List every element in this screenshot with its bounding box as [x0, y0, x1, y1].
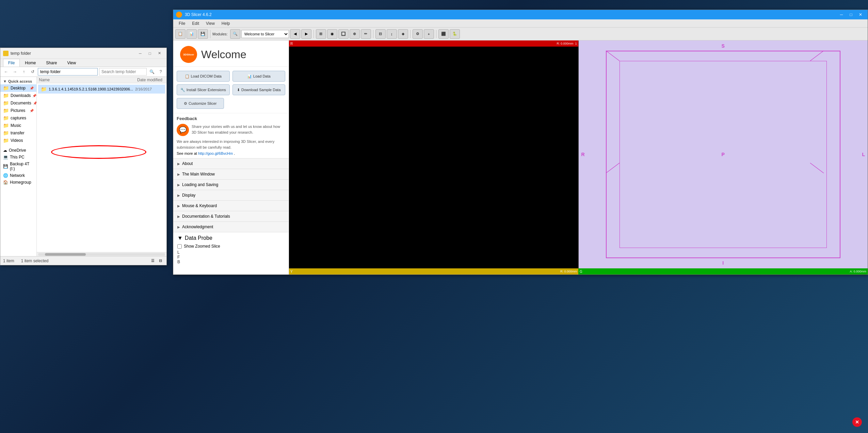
display-section: ▶ Display	[173, 190, 289, 200]
nav-item-this-pc[interactable]: 💻 This PC	[0, 154, 36, 161]
install-extensions-button[interactable]: 🔧 Install Slicer Extensions	[177, 84, 230, 95]
documents-folder-icon: 📁	[3, 100, 9, 106]
item-count: 1 item	[3, 259, 14, 263]
tab-file[interactable]: File	[3, 59, 20, 67]
documentation-section: ▶ Documentation & Tutorials	[173, 211, 289, 221]
horizontal-scrollbar[interactable]	[37, 252, 166, 256]
toolbar-save-button[interactable]: 💾	[198, 29, 208, 39]
list-view-button[interactable]: ⊟	[157, 257, 164, 264]
tab-home[interactable]: Home	[20, 59, 41, 67]
toolbar-btn-1[interactable]: ⊞	[316, 29, 326, 39]
back-button[interactable]: ←	[2, 68, 10, 76]
tab-share[interactable]: Share	[41, 59, 62, 67]
help-button[interactable]: ?	[157, 68, 164, 76]
welcome-panel: 3DSlicer Welcome 📋 Load DICOM Data 📊 Loa…	[173, 40, 289, 274]
nav-item-desktop[interactable]: 📁 Desktop 📌	[0, 84, 36, 92]
nav-item-videos[interactable]: 📁 Videos	[0, 137, 36, 144]
slicer-maximize-button[interactable]: □	[847, 11, 855, 18]
nav-item-homegroup[interactable]: 🏠 Homegroup	[0, 179, 36, 186]
transfer-folder-icon: 📁	[3, 130, 9, 136]
toolbar-nav-prev[interactable]: ◀	[290, 29, 300, 39]
nav-item-captures[interactable]: 📁 captures	[0, 114, 36, 122]
nav-item-network[interactable]: 🌐 Network	[0, 172, 36, 179]
modules-dropdown[interactable]: Welcome to Slicer	[241, 30, 289, 38]
error-button[interactable]: ✕	[852, 417, 862, 427]
probe-f: F	[177, 255, 285, 260]
up-button[interactable]: ↑	[20, 68, 28, 76]
maximize-button[interactable]: □	[145, 50, 154, 57]
refresh-button[interactable]: ↺	[29, 68, 36, 76]
toolbar-btn-10[interactable]: +	[424, 29, 434, 39]
nav-item-downloads[interactable]: 📁 Downloads 📌	[0, 92, 36, 99]
acknowledgment-toggle[interactable]: ▶ Acknowledgment	[173, 222, 289, 232]
window-controls: ─ □ ✕	[136, 50, 164, 57]
file-explorer-window: temp folder ─ □ ✕ File Home Share View ←…	[0, 48, 167, 265]
toolbar-btn-5[interactable]: ✏	[361, 29, 371, 39]
nav-label: captures	[11, 116, 26, 120]
show-zoomed-slice-checkbox[interactable]	[177, 244, 182, 249]
show-zoomed-slice-item: Show Zoomed Slice	[177, 244, 285, 249]
nav-item-onedrive[interactable]: ☁ OneDrive	[0, 147, 36, 154]
tab-view[interactable]: View	[62, 59, 81, 67]
toolbar-btn-9[interactable]: ⚙	[413, 29, 423, 39]
display-toggle[interactable]: ▶ Display	[173, 190, 289, 200]
error-icon: ✕	[855, 419, 859, 425]
toolbar-btn-3[interactable]: 🔲	[338, 29, 349, 39]
nav-item-documents[interactable]: 📁 Documents 📌	[0, 99, 36, 107]
about-toggle[interactable]: ▶ About	[173, 159, 289, 169]
close-button[interactable]: ✕	[155, 50, 164, 57]
nav-item-transfer[interactable]: 📁 transfer	[0, 129, 36, 137]
forward-button[interactable]: →	[11, 68, 19, 76]
menu-file[interactable]: File	[175, 20, 189, 27]
download-sample-button[interactable]: ⬇ Download Sample Data	[232, 84, 286, 95]
search-button[interactable]: 🔍	[148, 68, 156, 76]
slicer-win-controls: ─ □ ✕	[837, 11, 865, 18]
modules-search-button[interactable]: 🔍	[230, 29, 240, 39]
nav-label: Pictures	[11, 108, 25, 113]
action-buttons: 📋 Load DICOM Data 📊 Load Data 🔧 Install …	[173, 67, 289, 113]
toolbar-layout-button[interactable]: ⬛	[438, 29, 449, 39]
toolbar-nav-next[interactable]: ▶	[301, 29, 311, 39]
file-list: 📁 1.3.6.1.4.1.14519.5.2.1.5168.1900.1242…	[37, 83, 166, 252]
customize-slicer-button[interactable]: ⚙ Customize Slicer	[177, 98, 224, 109]
toolbar-dicom-button[interactable]: 📊	[187, 29, 197, 39]
views-container: R R: 0.000mm 1 1 ▽	[289, 40, 868, 274]
toolbar-python-button[interactable]: 🐍	[450, 29, 460, 39]
toolbar-btn-6[interactable]: ⊟	[375, 29, 386, 39]
pin-icon: 📌	[30, 109, 34, 113]
yellow-view-bar: Y R: 0.000mm	[289, 268, 578, 274]
slice-view-content[interactable]	[289, 47, 578, 268]
address-input[interactable]	[38, 68, 98, 76]
ribbon-tabs: File Home Share View	[0, 59, 166, 67]
3d-viewport[interactable]: S I R L P	[579, 40, 868, 268]
main-window-label: The Main Window	[182, 172, 215, 177]
minimize-button[interactable]: ─	[136, 50, 145, 57]
menu-view[interactable]: View	[203, 20, 218, 27]
toolbar-btn-7[interactable]: ↕	[387, 29, 397, 39]
loading-saving-label: Loading and Saving	[182, 182, 218, 187]
load-data-button[interactable]: 📊 Load Data	[232, 71, 286, 82]
nav-item-music[interactable]: 📁 Music	[0, 122, 36, 129]
slicer-app-icon	[176, 12, 182, 18]
file-item[interactable]: 📁 1.3.6.1.4.1.14519.5.2.1.5168.1900.1242…	[38, 85, 165, 94]
feedback-link[interactable]: http://goo.gl/6BvcHm	[198, 151, 233, 155]
toolbar-btn-4[interactable]: ⊕	[350, 29, 360, 39]
search-input[interactable]	[99, 68, 147, 76]
menu-help[interactable]: Help	[218, 20, 234, 27]
load-dicom-button[interactable]: 📋 Load DICOM Data	[177, 71, 230, 82]
slicer-close-button[interactable]: ✕	[856, 11, 865, 18]
toolbar-btn-8[interactable]: ◈	[398, 29, 408, 39]
main-window-toggle[interactable]: ▶ The Main Window	[173, 169, 289, 179]
toolbar-data-button[interactable]: 📋	[175, 29, 186, 39]
menu-edit[interactable]: Edit	[189, 20, 203, 27]
documentation-toggle[interactable]: ▶ Documentation & Tutorials	[173, 211, 289, 221]
scrollbar-thumb[interactable]	[45, 253, 86, 256]
slicer-minimize-button[interactable]: ─	[837, 11, 846, 18]
toolbar-btn-2[interactable]: ◉	[327, 29, 337, 39]
nav-item-backup[interactable]: 💾 Backup 4T (I:)	[0, 161, 36, 172]
details-view-button[interactable]: ☰	[149, 257, 156, 264]
mouse-keyboard-toggle[interactable]: ▶ Mouse & Keyboard	[173, 201, 289, 211]
quick-access-header[interactable]: ▼ Quick access	[0, 78, 36, 84]
nav-item-pictures[interactable]: 📁 Pictures 📌	[0, 107, 36, 114]
loading-saving-toggle[interactable]: ▶ Loading and Saving	[173, 180, 289, 190]
